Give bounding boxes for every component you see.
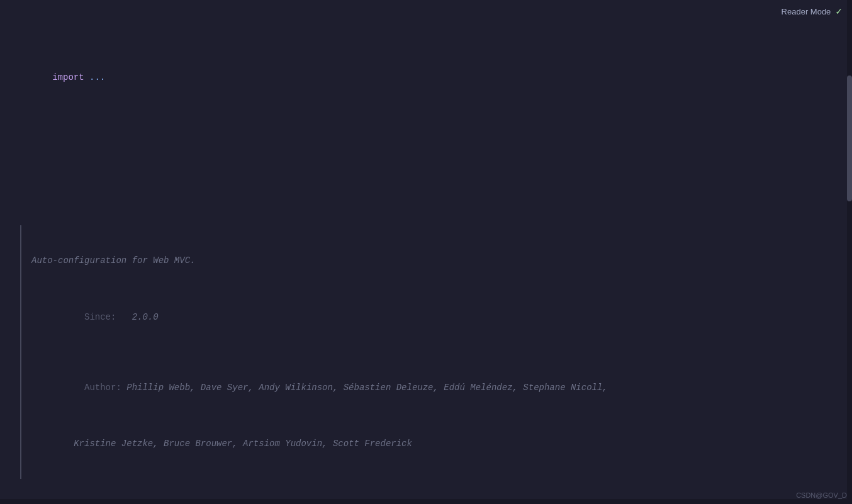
line-import: import ... xyxy=(0,57,852,99)
line-comment-author-cont: Kristine Jetzke, Bruce Brouwer, Artsiom … xyxy=(26,437,852,451)
line-blank-1 xyxy=(0,155,852,169)
scrollbar-thumb-vertical[interactable] xyxy=(847,76,852,201)
reader-mode-label[interactable]: Reader Mode xyxy=(782,7,831,16)
watermark: CSDN@GOV_D xyxy=(796,491,847,499)
scrollbar-vertical[interactable] xyxy=(847,0,852,504)
reader-mode-check: ✓ xyxy=(836,5,842,18)
code-area: import ... Auto-configuration for Web MV… xyxy=(0,0,852,504)
code-editor: Reader Mode ✓ import ... Auto-configurat… xyxy=(0,0,852,504)
scrollbar-horizontal[interactable] xyxy=(0,499,852,504)
line-comment-since: Since: 2.0.0 xyxy=(26,296,852,338)
line-comment-1: Auto-configuration for Web MVC. xyxy=(26,254,852,267)
line-comment-author: Author: Phillip Webb, Dave Syer, Andy Wi… xyxy=(26,366,852,408)
top-bar: Reader Mode ✓ xyxy=(771,0,852,23)
